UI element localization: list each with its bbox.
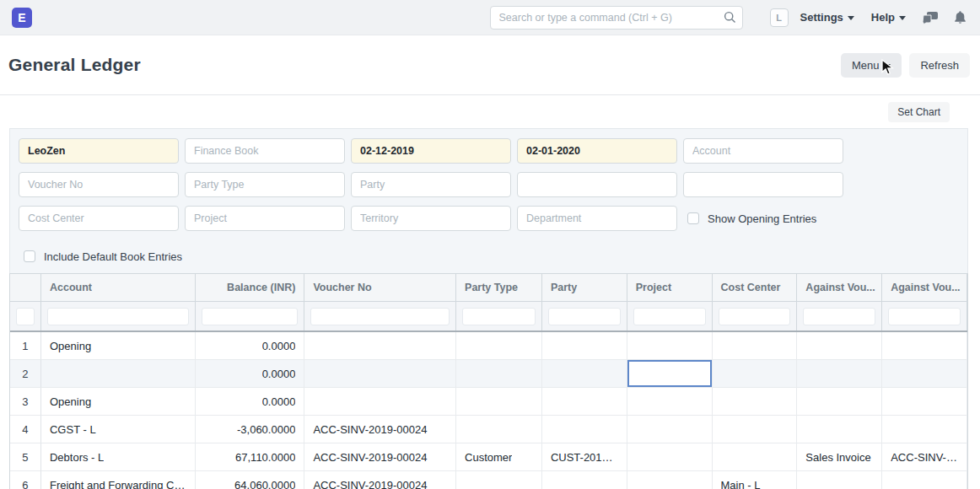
cell-party-type[interactable] bbox=[456, 332, 542, 360]
cell-party-type[interactable] bbox=[456, 360, 542, 388]
cell-against-voucher-type[interactable] bbox=[797, 416, 882, 443]
search-icon[interactable] bbox=[724, 11, 736, 27]
column-header-against-voucher[interactable]: Against Vou... bbox=[882, 274, 967, 302]
cell-account[interactable]: Freight and Forwarding Char... bbox=[41, 471, 196, 489]
column-filter-input-balance-inr[interactable] bbox=[202, 308, 299, 325]
app-logo[interactable]: E bbox=[12, 8, 32, 28]
department-filter[interactable] bbox=[517, 206, 677, 231]
cell-project[interactable] bbox=[627, 332, 713, 360]
cell-party-type[interactable] bbox=[456, 416, 542, 443]
column-header-balance-inr[interactable]: Balance (INR) bbox=[196, 274, 305, 302]
cell-party[interactable] bbox=[542, 360, 627, 388]
avatar[interactable]: L bbox=[770, 8, 789, 27]
cell-balance-inr[interactable]: 64,060.0000 bbox=[196, 471, 305, 489]
selected-cell[interactable] bbox=[627, 360, 713, 388]
column-filter-input-project[interactable] bbox=[633, 308, 706, 325]
cell-account[interactable]: Opening bbox=[41, 388, 196, 416]
column-filter-input-party[interactable] bbox=[548, 308, 621, 325]
cell-party-type[interactable] bbox=[456, 388, 542, 416]
column-filter-input-voucher-no[interactable] bbox=[310, 308, 450, 325]
company-filter[interactable] bbox=[19, 138, 179, 164]
extra-filter-1[interactable] bbox=[517, 172, 677, 197]
cell-against-voucher[interactable]: ACC-SINV-20... bbox=[882, 443, 967, 471]
column-header-voucher-no[interactable]: Voucher No bbox=[304, 274, 456, 302]
column-filter-input-cost-center[interactable] bbox=[719, 308, 791, 325]
cell-party[interactable] bbox=[542, 416, 627, 443]
cell-against-voucher[interactable] bbox=[882, 388, 967, 416]
cell-balance-inr[interactable]: 0.0000 bbox=[196, 332, 305, 360]
cell-voucher-no[interactable] bbox=[304, 332, 456, 360]
cell-cost-center[interactable] bbox=[713, 332, 798, 360]
cell-against-voucher-type[interactable] bbox=[797, 360, 882, 388]
column-header-account[interactable]: Account bbox=[41, 274, 196, 302]
territory-filter[interactable] bbox=[351, 206, 511, 231]
cell-balance-inr[interactable]: 67,110.0000 bbox=[196, 443, 305, 471]
column-header-party[interactable]: Party bbox=[542, 274, 627, 302]
column-filter-input-against-voucher-type[interactable] bbox=[803, 308, 875, 325]
cell-project[interactable] bbox=[627, 471, 713, 489]
cell-party[interactable] bbox=[542, 471, 627, 489]
cell-cost-center[interactable] bbox=[713, 416, 798, 443]
column-filter-input-account[interactable] bbox=[47, 308, 189, 325]
cell-voucher-no[interactable]: ACC-SINV-2019-00024 bbox=[304, 471, 456, 489]
column-header-project[interactable]: Project bbox=[627, 274, 713, 302]
cell-cost-center[interactable]: Main - L bbox=[713, 471, 798, 489]
cell-account[interactable]: Opening bbox=[41, 332, 196, 360]
to-date-filter[interactable] bbox=[517, 138, 677, 164]
cell-cost-center[interactable] bbox=[713, 443, 798, 471]
include-default-book-entries-checkbox[interactable] bbox=[24, 250, 35, 262]
cell-project[interactable] bbox=[627, 388, 713, 416]
cell-balance-inr[interactable]: 0.0000 bbox=[196, 360, 305, 388]
show-opening-entries-checkbox[interactable] bbox=[687, 212, 699, 224]
settings-menu[interactable]: Settings bbox=[800, 11, 854, 24]
party-filter[interactable] bbox=[351, 172, 511, 197]
bell-icon[interactable] bbox=[954, 10, 967, 24]
cell-against-voucher[interactable] bbox=[882, 471, 967, 489]
cell-against-voucher-type[interactable] bbox=[797, 471, 882, 489]
cell-against-voucher-type[interactable] bbox=[797, 332, 882, 360]
search-input[interactable] bbox=[490, 6, 743, 30]
cell-voucher-no[interactable] bbox=[304, 388, 456, 416]
cell-cost-center[interactable] bbox=[713, 360, 798, 388]
cell-against-voucher[interactable] bbox=[882, 332, 967, 360]
set-chart-button[interactable]: Set Chart bbox=[888, 102, 950, 122]
party-type-filter[interactable] bbox=[185, 172, 345, 197]
chat-icon[interactable] bbox=[923, 11, 939, 24]
cell-project[interactable] bbox=[627, 443, 713, 471]
cell-party[interactable] bbox=[542, 388, 627, 416]
cell-against-voucher[interactable] bbox=[882, 416, 967, 443]
column-header-against-voucher-type[interactable]: Against Vou... bbox=[797, 274, 882, 302]
column-header-cost-center[interactable]: Cost Center bbox=[713, 274, 798, 302]
column-header-party-type[interactable]: Party Type bbox=[456, 274, 542, 302]
cell-project[interactable] bbox=[627, 416, 713, 443]
voucher-no-filter[interactable] bbox=[19, 172, 179, 197]
cost-center-filter[interactable] bbox=[19, 206, 179, 231]
cell-party[interactable] bbox=[542, 332, 627, 360]
column-filter-input-against-voucher[interactable] bbox=[888, 308, 961, 325]
cell-voucher-no[interactable]: ACC-SINV-2019-00024 bbox=[304, 443, 456, 471]
column-filter-input-row-number[interactable] bbox=[16, 308, 35, 325]
cell-party-type[interactable]: Customer bbox=[456, 443, 542, 471]
help-menu[interactable]: Help bbox=[871, 11, 906, 24]
cell-account[interactable] bbox=[41, 360, 196, 388]
menu-button[interactable]: Menu bbox=[841, 53, 902, 78]
extra-filter-2[interactable] bbox=[683, 172, 843, 197]
cell-against-voucher-type[interactable] bbox=[797, 388, 882, 416]
cell-cost-center[interactable] bbox=[713, 388, 798, 416]
account-filter[interactable] bbox=[683, 138, 843, 164]
finance-book-filter[interactable] bbox=[185, 138, 345, 164]
cell-balance-inr[interactable]: -3,060.0000 bbox=[196, 416, 305, 443]
cell-against-voucher[interactable] bbox=[882, 360, 967, 388]
from-date-filter[interactable] bbox=[351, 138, 511, 164]
cell-against-voucher-type[interactable]: Sales Invoice bbox=[797, 443, 882, 471]
project-filter[interactable] bbox=[185, 206, 345, 231]
cell-voucher-no[interactable] bbox=[304, 360, 456, 388]
cell-party[interactable]: CUST-2019-0... bbox=[542, 443, 627, 471]
cell-account[interactable]: Debtors - L bbox=[41, 443, 196, 471]
cell-party-type[interactable] bbox=[456, 471, 542, 489]
refresh-button[interactable]: Refresh bbox=[909, 53, 970, 78]
column-filter-input-party-type[interactable] bbox=[462, 308, 536, 325]
cell-balance-inr[interactable]: 0.0000 bbox=[196, 388, 305, 416]
cell-voucher-no[interactable]: ACC-SINV-2019-00024 bbox=[304, 416, 456, 443]
cell-account[interactable]: CGST - L bbox=[41, 416, 196, 443]
